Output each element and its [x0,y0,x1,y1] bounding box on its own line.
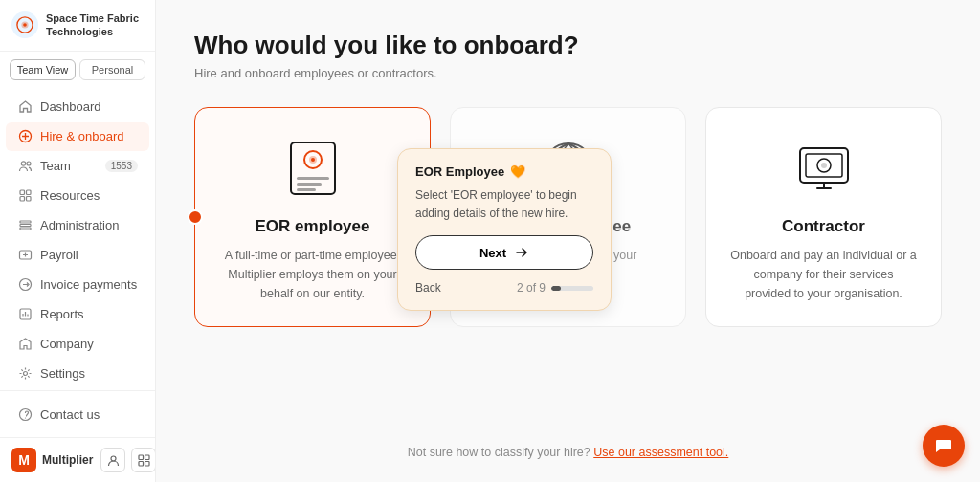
eor-employee-title: EOR employee [256,217,370,236]
svg-point-4 [21,162,25,165]
company-name: Space Time Fabric Technologies [46,11,144,39]
svg-rect-12 [20,228,31,230]
svg-rect-8 [20,197,25,202]
tooltip-header: EOR Employee 🧡 [415,164,593,179]
sidebar-bottom: Contact us [0,390,155,437]
company-icon [17,337,33,352]
tooltip-progress: 2 of 9 [517,281,593,295]
bottom-note-text: Not sure how to classify your hire? [408,446,590,459]
svg-point-18 [24,417,25,418]
invoice-icon [17,277,33,293]
sidebar-label-invoice-payments: Invoice payments [40,277,137,292]
sidebar-label-payroll: Payroll [40,248,78,262]
action-button[interactable] [131,448,156,472]
svg-rect-23 [145,461,149,466]
sidebar-label-reports: Reports [40,307,84,321]
sidebar-item-settings[interactable]: Settings [6,360,149,388]
sidebar-label-hire-onboard: Hire & onboard [40,129,123,143]
sidebar-label-contact-us: Contact us [40,407,100,422]
main-content: Who would you like to onboard? Hire and … [156,0,980,482]
sidebar-label-team: Team [40,159,71,173]
sidebar-item-hire-onboard[interactable]: Hire & onboard [6,122,149,151]
multiplier-logo-icon: M [11,448,36,472]
svg-rect-7 [26,190,31,195]
resources-icon [17,188,33,204]
sidebar-item-invoice-payments[interactable]: Invoice payments [6,271,149,299]
card-selection-dot [188,209,203,225]
tooltip-back-button[interactable]: Back [415,281,441,295]
reports-icon [17,307,33,322]
company-logo: Space Time Fabric Technologies [0,0,155,52]
tooltip-next-label: Next [479,246,506,260]
contractor-icon [791,135,858,202]
logo-icon [11,11,38,38]
svg-rect-20 [139,455,144,460]
sidebar-item-reports[interactable]: Reports [6,300,149,329]
sidebar-item-company[interactable]: Company [6,330,149,359]
page-subtitle: Hire and onboard employees or contractor… [194,66,942,80]
svg-rect-6 [20,190,25,195]
svg-point-2 [23,23,27,27]
svg-rect-9 [26,197,31,202]
sidebar-label-settings: Settings [40,366,85,381]
sidebar-item-contact-us[interactable]: Contact us [6,400,149,428]
svg-point-27 [311,158,315,162]
svg-rect-30 [297,188,316,191]
sidebar-item-resources[interactable]: Resources [6,182,149,210]
settings-icon [17,366,33,382]
svg-rect-22 [139,461,144,466]
admin-icon [17,218,33,233]
chat-button[interactable] [923,425,965,467]
svg-point-17 [19,408,31,420]
svg-rect-28 [297,177,329,180]
eor-employee-icon [279,135,346,202]
sidebar: Space Time Fabric Technologies Team View… [0,0,156,482]
sidebar-label-dashboard: Dashboard [40,99,101,114]
progress-bar [551,286,593,291]
eor-employee-card[interactable]: EOR employee A full-time or part-time em… [194,107,431,327]
sidebar-label-resources: Resources [40,188,100,203]
user-profile-button[interactable] [100,448,125,472]
tooltip-footer: Back 2 of 9 [415,281,593,295]
svg-point-19 [111,456,116,461]
svg-rect-10 [20,221,31,223]
tooltip-progress-label: 2 of 9 [517,281,546,295]
sidebar-item-payroll[interactable]: Payroll [6,241,149,270]
hire-icon [17,129,33,144]
team-view-button[interactable]: Team View [10,59,76,80]
contractor-card[interactable]: Contractor Onboard and pay an individual… [705,107,942,327]
nav-section: Dashboard Hire & onboard Team 1553 Resou… [0,88,155,390]
svg-point-16 [23,372,27,376]
tooltip-emoji: 🧡 [510,164,525,179]
sidebar-footer: M Multiplier [0,437,155,482]
contact-icon [17,406,33,422]
sidebar-item-team[interactable]: Team 1553 [6,152,149,181]
svg-rect-11 [20,225,31,227]
sidebar-item-administration[interactable]: Administration [6,211,149,240]
eor-employee-description: A full-time or part-time employee. Multi… [218,246,407,303]
svg-point-35 [821,163,827,168]
tooltip-title: EOR Employee [415,164,504,179]
page-title: Who would you like to onboard? [194,31,942,60]
home-icon [17,99,33,115]
personal-view-button[interactable]: Personal [79,59,145,80]
bottom-note: Not sure how to classify your hire? Use … [156,446,980,459]
view-toggle: Team View Personal [0,52,155,88]
multiplier-name: Multiplier [42,453,93,467]
svg-rect-29 [297,183,322,186]
contractor-description: Onboard and pay an individual or a compa… [729,246,918,303]
svg-point-5 [27,162,31,165]
footer-icons [100,448,156,472]
assessment-tool-link[interactable]: Use our assessment tool. [593,446,728,459]
svg-rect-21 [145,455,149,460]
team-icon [17,159,33,174]
tooltip-next-button[interactable]: Next [415,235,593,270]
sidebar-item-dashboard[interactable]: Dashboard [6,93,149,121]
payroll-icon [17,248,33,263]
multiplier-brand: M Multiplier [11,448,93,472]
sidebar-label-administration: Administration [40,218,119,232]
tooltip-text: Select 'EOR employee' to begin adding de… [415,186,593,222]
progress-fill [551,286,561,291]
sidebar-label-company: Company [40,337,94,351]
contractor-title: Contractor [782,217,865,236]
